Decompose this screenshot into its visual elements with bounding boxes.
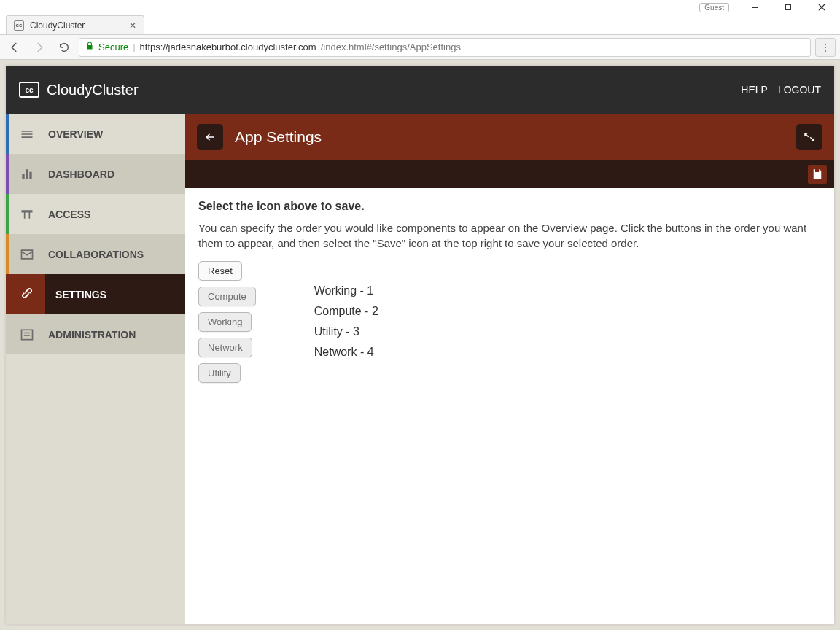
window-close-icon[interactable] bbox=[805, 0, 839, 15]
browser-menu-icon[interactable]: ⋮ bbox=[815, 38, 836, 57]
sidebar-item-overview[interactable]: OVERVIEW bbox=[6, 114, 185, 154]
sidebar-item-label: SETTINGS bbox=[55, 289, 106, 300]
save-button[interactable] bbox=[808, 165, 827, 184]
help-link[interactable]: HELP bbox=[741, 84, 768, 96]
sidebar-item-settings[interactable]: SETTINGS bbox=[6, 274, 185, 314]
save-hint: Select the icon above to save. bbox=[198, 200, 821, 213]
sidebar-item-label: COLLABORATIONS bbox=[48, 249, 144, 260]
page-description: You can specify the order you would like… bbox=[198, 220, 821, 251]
menu-icon bbox=[19, 126, 35, 142]
sidebar-item-label: ACCESS bbox=[48, 209, 90, 220]
reset-button[interactable]: Reset bbox=[198, 261, 242, 281]
address-bar[interactable]: Secure | https://jadesnakeburbot.cloudyc… bbox=[79, 38, 811, 57]
tab-close-icon[interactable]: ✕ bbox=[129, 20, 136, 31]
component-button-utility[interactable]: Utility bbox=[198, 363, 241, 383]
admin-icon bbox=[19, 327, 35, 343]
order-item: Utility - 3 bbox=[314, 325, 378, 338]
nav-forward-icon bbox=[29, 37, 50, 58]
sidebar-item-collaborations[interactable]: COLLABORATIONS bbox=[6, 234, 185, 274]
sidebar: OVERVIEW DASHBOARD ACCESS bbox=[6, 114, 185, 624]
order-item: Compute - 2 bbox=[314, 305, 378, 318]
expand-button[interactable] bbox=[796, 124, 822, 150]
url-path: /index.html#/settings/AppSettings bbox=[321, 42, 461, 52]
favicon-icon: cc bbox=[14, 20, 24, 31]
guest-badge: Guest bbox=[699, 3, 729, 12]
browser-tab[interactable]: cc CloudyCluster ✕ bbox=[6, 15, 144, 34]
sidebar-item-label: OVERVIEW bbox=[48, 128, 103, 140]
logout-link[interactable]: LOGOUT bbox=[778, 84, 821, 96]
component-button-compute[interactable]: Compute bbox=[198, 287, 256, 306]
svg-rect-0 bbox=[752, 7, 758, 8]
window-maximize-icon[interactable] bbox=[771, 0, 805, 15]
dashboard-icon bbox=[19, 166, 35, 182]
tab-title: CloudyCluster bbox=[30, 20, 85, 31]
link-icon bbox=[20, 286, 34, 303]
window-minimize-icon[interactable] bbox=[738, 0, 771, 15]
page-title: App Settings bbox=[235, 128, 322, 146]
secure-label: Secure bbox=[98, 42, 128, 52]
sidebar-item-dashboard[interactable]: DASHBOARD bbox=[6, 154, 185, 194]
mail-icon bbox=[19, 246, 35, 262]
page-back-button[interactable] bbox=[197, 124, 223, 150]
order-list: Working - 1 Compute - 2 Utility - 3 Netw… bbox=[314, 261, 378, 359]
brand-name: CloudyCluster bbox=[47, 82, 139, 98]
nav-reload-icon[interactable] bbox=[54, 37, 74, 58]
component-button-network[interactable]: Network bbox=[198, 338, 252, 357]
brand-icon: cc bbox=[19, 82, 39, 98]
url-host: https://jadesnakeburbot.cloudycluster.co… bbox=[140, 42, 316, 52]
component-button-working[interactable]: Working bbox=[198, 312, 252, 332]
nav-back-icon[interactable] bbox=[4, 37, 25, 58]
sidebar-item-label: ADMINISTRATION bbox=[48, 329, 136, 341]
order-item: Working - 1 bbox=[314, 284, 378, 298]
sidebar-item-access[interactable]: ACCESS bbox=[6, 194, 185, 234]
svg-rect-1 bbox=[786, 5, 791, 10]
sidebar-item-label: DASHBOARD bbox=[48, 168, 114, 180]
access-icon bbox=[19, 206, 35, 222]
lock-icon bbox=[85, 42, 94, 52]
app-header: cc CloudyCluster HELP LOGOUT bbox=[6, 66, 834, 114]
sidebar-item-administration[interactable]: ADMINISTRATION bbox=[6, 314, 185, 354]
order-item: Network - 4 bbox=[314, 346, 378, 359]
